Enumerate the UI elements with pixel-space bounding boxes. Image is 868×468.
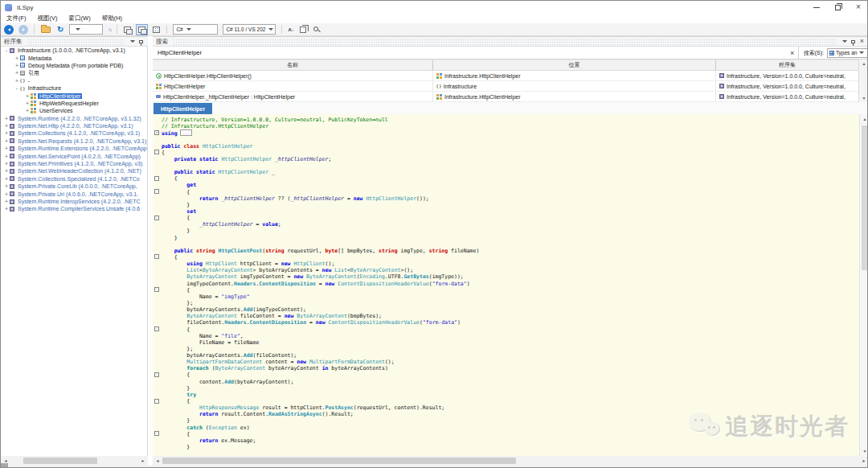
- fold-collapse-icon[interactable]: -: [154, 216, 159, 220]
- tree-item[interactable]: +System.Net.Primitives (4.1.2.0, .NETCor…: [1, 160, 147, 167]
- scroll-right-icon[interactable]: ►: [138, 456, 148, 466]
- expand-icon[interactable]: +: [3, 146, 10, 151]
- expand-icon[interactable]: +: [14, 55, 20, 61]
- tree-item[interactable]: -{ }Infrastructure: [1, 84, 147, 92]
- scroll-right-icon[interactable]: ►: [859, 456, 868, 466]
- expand-icon[interactable]: +: [24, 93, 31, 99]
- expand-icon[interactable]: +: [14, 78, 20, 84]
- expand-icon[interactable]: +: [3, 199, 10, 204]
- tree-horizontal-scrollbar[interactable]: ◄ ►: [1, 456, 148, 466]
- tree-item[interactable]: +System.Runtime (4.2.2.0, .NETCoreApp, v…: [1, 115, 147, 122]
- compare-button[interactable]: [300, 27, 306, 33]
- expand-icon[interactable]: +: [3, 191, 10, 197]
- sort-az-button[interactable]: A↓: [288, 27, 293, 32]
- scrollbar-track[interactable]: [10, 456, 138, 466]
- full-decompilation-button[interactable]: [153, 27, 160, 33]
- expand-icon[interactable]: +: [3, 168, 10, 174]
- panel-menu-button[interactable]: [128, 37, 137, 46]
- expand-icon[interactable]: +: [3, 138, 10, 144]
- pin-panel-button[interactable]: [849, 37, 858, 46]
- code-editor[interactable]: // Infrastructure, Version=1.0.0.0, Cult…: [153, 114, 859, 456]
- expand-icon[interactable]: +: [24, 108, 31, 113]
- tab-httpclienthelper[interactable]: HttpClientHelper: [154, 103, 212, 114]
- menu-item[interactable]: 窗口(W): [63, 14, 96, 23]
- menu-item[interactable]: 视图(V): [32, 14, 63, 23]
- tree-item[interactable]: +{ }-: [1, 77, 147, 84]
- open-file-button[interactable]: [41, 27, 51, 33]
- scroll-up-icon[interactable]: ▲: [860, 114, 868, 124]
- tree-item[interactable]: +System.Net.ServicePoint (4.0.2.0, .NETC…: [1, 152, 147, 159]
- back-button[interactable]: [4, 25, 14, 35]
- tree-item[interactable]: +Metadata: [1, 54, 147, 61]
- fold-collapse-icon[interactable]: -: [154, 254, 159, 259]
- toggle-panel-button[interactable]: [136, 24, 148, 35]
- expand-icon[interactable]: +: [3, 116, 10, 121]
- column-header-name[interactable]: 名称: [153, 60, 433, 70]
- tree-item[interactable]: +System.Net.WebHeaderCollection (4.1.2.0…: [1, 167, 147, 174]
- fold-collapse-icon[interactable]: -: [154, 431, 159, 436]
- tree-item[interactable]: +System.Collections (4.1.2.0, .NETCoreAp…: [1, 129, 147, 137]
- language-version-combo[interactable]: C# 11.0 / VS 202: [223, 24, 276, 35]
- panel-menu-button[interactable]: [840, 37, 849, 46]
- results-vertical-scrollbar[interactable]: ▲ ▼: [858, 60, 868, 102]
- expand-icon[interactable]: +: [3, 154, 10, 159]
- fold-collapse-icon[interactable]: -: [154, 189, 159, 194]
- menu-item[interactable]: 帮助(H): [96, 14, 128, 23]
- column-header-assembly[interactable]: 程序集: [716, 60, 858, 70]
- tree-item[interactable]: +System.Private.Uri (4.0.6.0, .NETCoreAp…: [1, 190, 147, 197]
- result-row[interactable]: HttpClientHelper{ }InfrastructureInfrast…: [153, 81, 858, 92]
- column-header-location[interactable]: 位置: [433, 60, 716, 70]
- code-vertical-scrollbar[interactable]: ▲ ▼: [859, 114, 868, 456]
- expand-icon[interactable]: +: [24, 101, 31, 106]
- fold-collapse-icon[interactable]: -: [154, 399, 159, 404]
- code-horizontal-scrollbar[interactable]: ◄ ►: [153, 456, 868, 466]
- cascade-windows-button[interactable]: [124, 27, 131, 33]
- expand-icon[interactable]: +: [3, 183, 10, 189]
- collapse-icon[interactable]: -: [14, 85, 20, 91]
- close-panel-button[interactable]: ×: [858, 37, 866, 46]
- language-combo[interactable]: C#: [173, 24, 218, 35]
- fold-expand-icon[interactable]: +: [154, 130, 159, 135]
- tree-item[interactable]: +System.Net.Requests (4.1.2.0, .NETCoreA…: [1, 138, 147, 145]
- expand-icon[interactable]: +: [3, 176, 10, 182]
- expand-icon[interactable]: +: [3, 123, 10, 129]
- result-row[interactable]: HttpClientHelper.HttpClientHelper()Infra…: [153, 71, 858, 81]
- scroll-down-icon[interactable]: ▼: [859, 94, 868, 102]
- search-button[interactable]: [313, 27, 318, 31]
- tree-item[interactable]: +System.Private.CoreLib (4.0.0.0, .NETCo…: [1, 183, 147, 190]
- scrollbar-thumb[interactable]: [162, 458, 516, 464]
- scroll-up-icon[interactable]: ▲: [859, 60, 868, 68]
- collapsed-region[interactable]: ...: [180, 129, 192, 136]
- forward-button[interactable]: [18, 25, 28, 35]
- expand-icon[interactable]: +: [14, 63, 20, 68]
- expand-icon[interactable]: +: [14, 70, 20, 76]
- tree-item[interactable]: +System.Runtime.CompilerServices.Unsafe …: [1, 205, 147, 212]
- scrollbar-thumb[interactable]: [23, 458, 97, 464]
- collapse-icon[interactable]: -: [3, 47, 10, 53]
- tree-item[interactable]: +System.Net.Http (4.2.2.0, .NETCoreApp, …: [1, 122, 147, 129]
- clear-search-button[interactable]: ×: [787, 49, 798, 57]
- fold-collapse-icon[interactable]: -: [154, 326, 159, 331]
- search-mode-combo[interactable]: Types an: [827, 48, 868, 58]
- refresh-button[interactable]: ↻: [57, 26, 63, 34]
- tree-item[interactable]: +System.Runtime.Extensions (4.2.2.0, .NE…: [1, 145, 147, 152]
- scroll-left-icon[interactable]: ◄: [153, 456, 162, 466]
- navigation-combo[interactable]: [69, 24, 103, 35]
- expand-icon[interactable]: +: [3, 161, 10, 166]
- tree-item[interactable]: +HttpWebRequestHepler: [1, 100, 147, 107]
- close-button[interactable]: ×: [848, 1, 868, 14]
- tree-item[interactable]: +HttpClientHelper: [1, 92, 147, 99]
- tree-item[interactable]: +Debug Metadata (From portable PDB): [1, 62, 147, 69]
- sort-assemblies-button[interactable]: ↑↓: [108, 27, 111, 32]
- scrollbar-thumb[interactable]: [862, 125, 868, 270]
- fold-collapse-icon[interactable]: -: [154, 176, 159, 181]
- scroll-down-icon[interactable]: ▼: [860, 446, 868, 456]
- restore-button[interactable]: [827, 1, 848, 14]
- menu-item[interactable]: 文件(F): [1, 14, 32, 23]
- result-row[interactable]: HttpClientHelper._httpClientHelper : Htt…: [153, 92, 858, 102]
- pin-panel-button[interactable]: [137, 37, 145, 46]
- minimize-button[interactable]: [806, 1, 827, 14]
- tree-item[interactable]: +引用: [1, 69, 147, 76]
- expand-icon[interactable]: +: [3, 206, 10, 211]
- tree-item[interactable]: -Infrastructure (1.0.0.0, .NETCoreApp, v…: [1, 47, 147, 54]
